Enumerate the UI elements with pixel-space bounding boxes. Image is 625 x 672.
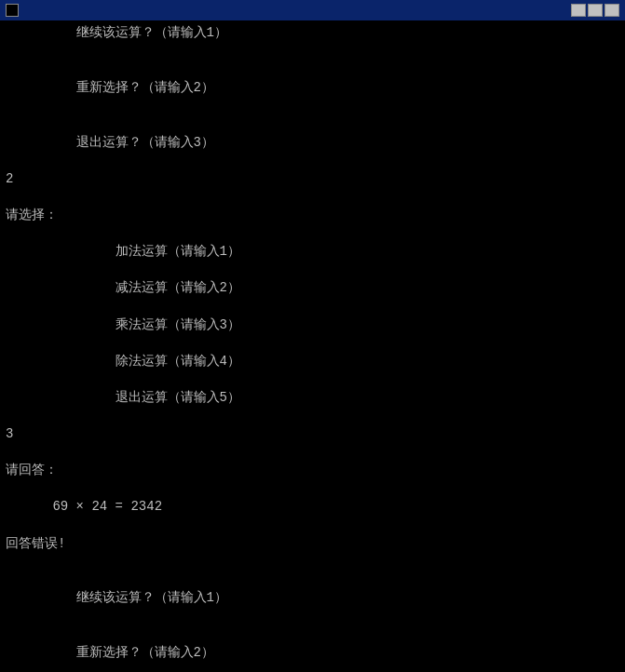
console-line: 69 × 24 = 2342 <box>6 498 619 517</box>
console-line: 继续该运算？（请输入1） <box>6 589 619 608</box>
console-line: 除法运算（请输入4） <box>6 353 619 371</box>
console-line: 加法运算（请输入1） <box>6 243 619 262</box>
console-line: 3 <box>6 425 619 444</box>
console-line: 请选择： <box>6 207 619 225</box>
maximize-button[interactable] <box>588 4 603 17</box>
console-line: 减法运算（请输入2） <box>6 279 619 298</box>
console-line: 退出运算？（请输入3） <box>6 134 619 153</box>
console-line: 退出运算（请输入5） <box>6 389 619 408</box>
title-bar <box>0 0 625 20</box>
minimize-button[interactable] <box>571 4 586 17</box>
window-icon <box>6 4 19 17</box>
console-line: 请回答： <box>6 462 619 480</box>
window: 继续该运算？（请输入1） 重新选择？（请输入2） 退出运算？（请输入3） 2 请… <box>0 0 625 672</box>
console-line: 继续该运算？（请输入1） <box>6 24 619 43</box>
title-buttons <box>571 4 619 17</box>
title-bar-left <box>6 4 24 17</box>
console-line: 重新选择？（请输入2） <box>6 644 619 663</box>
console-line: 乘法运算（请输入3） <box>6 316 619 335</box>
console-line: 2 <box>6 170 619 189</box>
console-line: 重新选择？（请输入2） <box>6 79 619 98</box>
close-button[interactable] <box>605 4 619 17</box>
console-line: 回答错误! <box>6 535 619 554</box>
console-output: 继续该运算？（请输入1） 重新选择？（请输入2） 退出运算？（请输入3） 2 请… <box>0 20 625 672</box>
